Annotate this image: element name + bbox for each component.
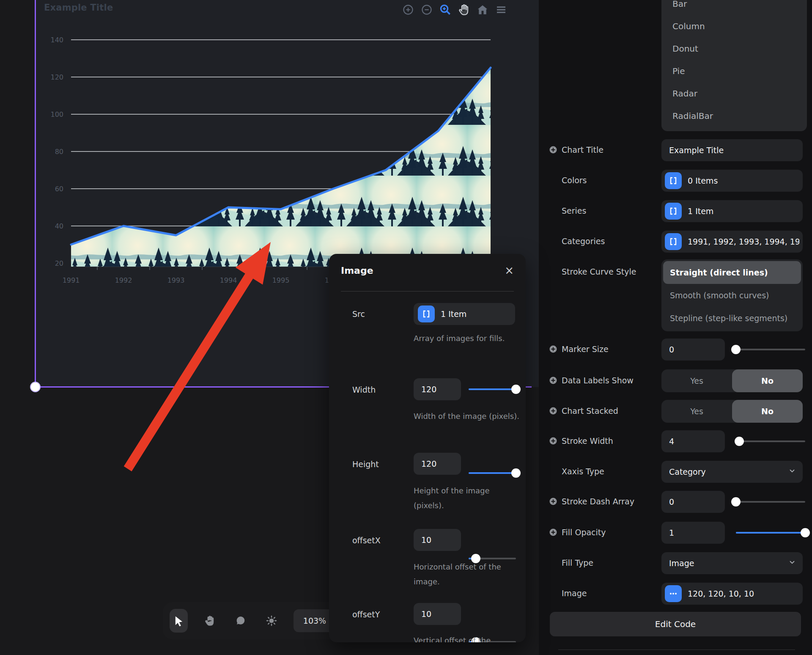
chart-type-option-radar[interactable]: Radar <box>661 82 807 105</box>
src-help: Array of images for fills. <box>414 331 519 346</box>
offsety-help: Vertical offset of the <box>414 633 519 642</box>
image-row-label: Image <box>562 589 587 598</box>
selection-zoom-icon[interactable] <box>438 3 453 17</box>
svg-text:80: 80 <box>55 148 63 156</box>
chart-title-input[interactable]: Example Title <box>661 139 803 161</box>
chart-type-option-pie[interactable]: Pie <box>661 60 807 82</box>
data-labels-no[interactable]: No <box>732 369 803 392</box>
brightness-tool-button[interactable] <box>263 609 281 633</box>
svg-text:100: 100 <box>50 110 63 118</box>
plus-circle-icon[interactable] <box>549 497 557 507</box>
offsety-input[interactable]: 10 <box>414 603 461 625</box>
xaxis-type-label: Xaxis Type <box>562 467 604 476</box>
selection-resize-handle[interactable] <box>30 382 41 392</box>
plus-circle-icon[interactable] <box>549 437 557 447</box>
svg-text:1991: 1991 <box>63 276 80 284</box>
plus-circle-icon[interactable] <box>549 345 557 355</box>
plus-circle-icon[interactable] <box>549 528 557 538</box>
chart-type-option-radialbar[interactable]: RadialBar <box>661 105 807 127</box>
src-label: Src <box>352 309 365 319</box>
chart-canvas-title: Example Title <box>44 3 113 13</box>
zoom-out-icon[interactable] <box>420 3 434 17</box>
colors-array-field[interactable]: 0 Items <box>661 170 803 192</box>
home-reset-icon[interactable] <box>475 3 490 17</box>
height-input[interactable]: 120 <box>414 453 461 475</box>
offsety-label: offsetY <box>352 610 380 619</box>
edit-code-button[interactable]: Edit Code <box>550 612 801 636</box>
svg-text:140: 140 <box>50 36 63 44</box>
stroke-dash-input[interactable]: 0 <box>661 491 725 513</box>
offsetx-label: offsetX <box>352 536 381 545</box>
categories-label: Categories <box>562 237 605 246</box>
chart-title-label: Chart Title <box>562 145 604 154</box>
y-axis-labels: 14012010080604020 <box>50 36 63 267</box>
pan-tool-button[interactable] <box>200 609 219 633</box>
svg-text:1995: 1995 <box>272 276 290 284</box>
fill-type-label: Fill Type <box>562 558 593 567</box>
plus-circle-icon[interactable] <box>549 376 557 386</box>
svg-text:1992: 1992 <box>115 276 132 284</box>
plus-circle-icon[interactable] <box>549 407 557 417</box>
data-labels-toggle: Yes No <box>661 369 803 392</box>
width-slider[interactable] <box>469 385 516 394</box>
array-brackets-icon <box>665 172 682 189</box>
chart-stacked-no[interactable]: No <box>732 400 803 423</box>
svg-text:120: 120 <box>50 73 63 81</box>
categories-array-field[interactable]: 1991, 1992, 1993, 1994, 199 <box>661 231 803 253</box>
marker-size-label: Marker Size <box>562 344 609 354</box>
curve-option-stepline[interactable]: Stepline (step-like segments) <box>663 307 801 330</box>
pan-icon[interactable] <box>457 3 471 17</box>
chart-stacked-yes[interactable]: Yes <box>661 400 732 423</box>
settings-panel: Chart Title Example Title Colors 0 Items… <box>539 0 812 655</box>
curve-option-smooth[interactable]: Smooth (smooth curves) <box>663 284 801 307</box>
xaxis-type-select[interactable]: Category <box>661 461 803 483</box>
array-brackets-icon <box>418 305 435 322</box>
chart-type-option-donut[interactable]: Donut <box>661 37 807 60</box>
modal-divider <box>341 291 514 292</box>
marker-size-input[interactable]: 0 <box>661 339 725 361</box>
selection-border-left <box>35 0 36 387</box>
curve-option-straight[interactable]: Straight (direct lines) <box>663 261 801 284</box>
zoom-in-icon[interactable] <box>401 3 415 17</box>
series-array-field[interactable]: 1 Item <box>661 200 803 222</box>
area-fill-image <box>71 68 491 267</box>
offsetx-input[interactable]: 10 <box>414 529 461 551</box>
marker-size-slider[interactable] <box>736 345 805 354</box>
stroke-width-label: Stroke Width <box>562 436 613 446</box>
data-labels-yes[interactable]: Yes <box>661 369 732 392</box>
array-brackets-icon <box>665 233 682 250</box>
chart-type-option-bar[interactable]: Bar <box>661 0 807 15</box>
chart-type-dropdown: Bar Column Donut Pie Radar RadialBar <box>661 0 807 131</box>
panel-divider <box>558 649 795 650</box>
stroke-width-input[interactable]: 4 <box>661 430 725 452</box>
plus-circle-icon[interactable] <box>549 146 557 156</box>
fill-opacity-input[interactable]: 1 <box>661 522 725 544</box>
svg-text:1993: 1993 <box>167 276 185 284</box>
image-object-field[interactable]: 120, 120, 10, 10 <box>661 583 803 605</box>
stroke-dash-slider[interactable] <box>736 497 805 506</box>
fill-opacity-slider[interactable] <box>736 528 805 537</box>
chart-type-option-column[interactable]: Column <box>661 15 807 37</box>
width-label: Width <box>352 385 376 394</box>
stroke-curve-listbox: Straight (direct lines) Smooth (smooth c… <box>661 259 803 331</box>
width-input[interactable]: 120 <box>414 378 461 400</box>
chart-editor-app: 14012010080604020 1991199219931994199519… <box>0 0 812 655</box>
src-value: 1 Item <box>441 309 466 319</box>
modal-title: Image <box>341 265 373 276</box>
svg-text:20: 20 <box>55 259 63 267</box>
fill-opacity-label: Fill Opacity <box>562 528 606 537</box>
select-tool-button[interactable] <box>170 609 188 633</box>
line-chart: 14012010080604020 1991199219931994199519… <box>0 0 539 296</box>
comment-tool-button[interactable] <box>232 609 250 633</box>
close-icon[interactable]: × <box>505 265 514 276</box>
chevron-down-icon <box>788 467 796 476</box>
menu-icon[interactable] <box>494 3 508 17</box>
series-label: Series <box>562 206 586 215</box>
fill-type-select[interactable]: Image <box>661 552 803 574</box>
stroke-width-slider[interactable] <box>736 437 805 446</box>
height-slider[interactable] <box>469 468 516 478</box>
chevron-down-icon <box>788 559 796 568</box>
src-array-field[interactable]: 1 Item <box>414 303 515 325</box>
chart-toolbar <box>401 3 508 17</box>
height-label: Height <box>352 460 379 469</box>
